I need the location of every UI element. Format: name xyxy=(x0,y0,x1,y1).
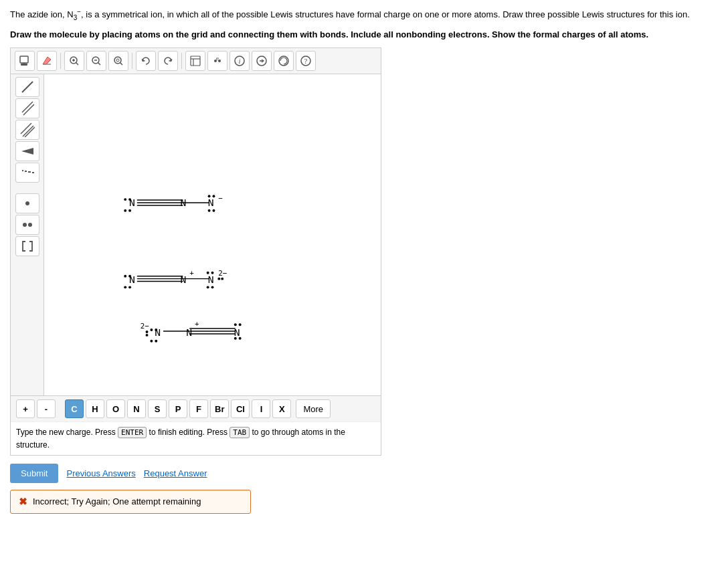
svg-point-69 xyxy=(207,272,209,274)
svg-point-38 xyxy=(23,223,27,227)
svg-point-86 xyxy=(150,340,153,343)
svg-point-51 xyxy=(128,209,131,212)
zoom-in-btn[interactable] xyxy=(64,51,84,71)
lone-pair-tool[interactable] xyxy=(15,215,39,235)
svg-text:+: + xyxy=(195,320,199,329)
svg-text:−: − xyxy=(218,194,223,203)
atom-H-btn[interactable]: H xyxy=(86,399,104,418)
hint-text-mid: to finish editing. Press xyxy=(149,428,227,437)
hint-text-prefix: Type the new charge. Press xyxy=(16,428,116,437)
more-atoms-btn[interactable]: More xyxy=(296,399,331,418)
submit-button[interactable]: Submit xyxy=(10,464,58,483)
atom-F-btn[interactable]: F xyxy=(189,399,208,418)
svg-text:N: N xyxy=(234,326,240,338)
magnify-btn[interactable] xyxy=(108,51,128,71)
svg-point-54 xyxy=(208,209,211,212)
erase-tool-btn[interactable] xyxy=(37,51,57,71)
svg-point-65 xyxy=(124,275,126,278)
expand-btn[interactable] xyxy=(252,51,272,71)
canvas-svg: N N N − xyxy=(44,74,381,395)
atom-I-btn[interactable]: I xyxy=(252,399,270,418)
n3-sup: − xyxy=(77,8,81,15)
info-btn[interactable]: i xyxy=(230,51,250,71)
enter-key-badge: ENTER xyxy=(118,427,147,438)
svg-rect-2 xyxy=(21,64,27,66)
undo-btn[interactable] xyxy=(136,51,156,71)
svg-point-87 xyxy=(155,340,157,343)
drawing-canvas[interactable]: N N N − xyxy=(44,74,381,395)
svg-point-49 xyxy=(128,199,131,201)
result-box: ✖ Incorrect; Try Again; One attempt rema… xyxy=(10,490,251,514)
svg-point-88 xyxy=(146,334,149,337)
request-answer-link[interactable]: Request Answer xyxy=(144,468,207,478)
bracket-tool[interactable] xyxy=(15,236,39,256)
result-text: Incorrect; Try Again; One attempt remain… xyxy=(33,496,201,506)
atom-C-btn[interactable]: C xyxy=(65,399,84,418)
svg-text:N: N xyxy=(208,197,214,208)
svg-rect-14 xyxy=(191,56,200,66)
svg-point-74 xyxy=(221,278,223,280)
result-icon: ✖ xyxy=(19,496,27,508)
single-electron-tool[interactable] xyxy=(15,193,39,213)
svg-point-50 xyxy=(124,209,126,212)
svg-text:2−: 2− xyxy=(141,322,149,331)
left-tool-panel xyxy=(11,74,44,395)
dash-bond-tool[interactable] xyxy=(15,163,39,183)
lone-pair-btn[interactable]: e xyxy=(207,51,227,71)
svg-point-91 xyxy=(239,324,242,326)
help-btn[interactable]: ? xyxy=(296,51,316,71)
atom-toolbar: + - C H O N S P F Br Cl I X More xyxy=(11,395,381,421)
svg-point-70 xyxy=(211,272,214,274)
svg-point-84 xyxy=(150,329,153,332)
svg-point-48 xyxy=(124,199,126,201)
svg-line-9 xyxy=(98,63,101,66)
atom-P-btn[interactable]: P xyxy=(169,399,187,418)
plus-charge-btn[interactable]: + xyxy=(16,399,35,418)
instruction-text: Draw the molecule by placing atoms on th… xyxy=(10,28,718,41)
atom-S-btn[interactable]: S xyxy=(148,399,167,418)
svg-point-37 xyxy=(25,201,29,205)
atom-O-btn[interactable]: O xyxy=(106,399,125,418)
single-bond-tool[interactable] xyxy=(15,77,39,97)
molecule-editor: e i ? xyxy=(10,48,381,456)
svg-marker-32 xyxy=(21,148,33,155)
toolbar-sep-1 xyxy=(60,53,61,69)
svg-text:N: N xyxy=(181,274,187,285)
svg-text:N: N xyxy=(155,326,161,338)
zoom-out-btn[interactable] xyxy=(86,51,106,71)
template-btn[interactable] xyxy=(185,51,205,71)
history-btn[interactable] xyxy=(274,51,294,71)
svg-text:?: ? xyxy=(304,57,308,65)
svg-text:+: + xyxy=(189,269,194,278)
atom-N-btn[interactable]: N xyxy=(127,399,146,418)
toolbar-sep-3 xyxy=(181,53,182,69)
tab-key-badge: TAB xyxy=(230,427,250,438)
select-tool-btn[interactable] xyxy=(15,51,35,71)
svg-text:2−: 2− xyxy=(218,269,227,278)
svg-text:i: i xyxy=(238,57,240,65)
svg-line-12 xyxy=(120,63,123,66)
previous-answers-link[interactable]: Previous Answers xyxy=(66,468,135,478)
svg-rect-0 xyxy=(20,56,28,63)
svg-line-30 xyxy=(23,126,33,136)
minus-charge-btn[interactable]: - xyxy=(37,399,56,418)
atom-Cl-btn[interactable]: Cl xyxy=(231,399,250,418)
svg-point-85 xyxy=(155,329,157,332)
bottom-actions: Submit Previous Answers Request Answer xyxy=(10,464,718,483)
toolbar-sep-2 xyxy=(132,53,132,69)
wedge-bond-tool[interactable] xyxy=(15,141,39,161)
svg-point-93 xyxy=(239,337,242,340)
atom-Br-btn[interactable]: Br xyxy=(210,399,229,418)
svg-point-55 xyxy=(213,209,215,212)
svg-point-53 xyxy=(213,195,215,198)
svg-text:N: N xyxy=(208,274,214,285)
double-bond-tool[interactable] xyxy=(15,98,39,118)
triple-bond-tool[interactable] xyxy=(15,120,39,140)
svg-point-73 xyxy=(217,278,220,280)
atom-X-btn[interactable]: X xyxy=(272,399,291,418)
redo-btn[interactable] xyxy=(158,51,178,71)
svg-point-89 xyxy=(146,331,149,333)
editor-body: N N N − xyxy=(11,74,381,395)
svg-point-13 xyxy=(116,59,119,62)
svg-point-90 xyxy=(234,324,237,326)
